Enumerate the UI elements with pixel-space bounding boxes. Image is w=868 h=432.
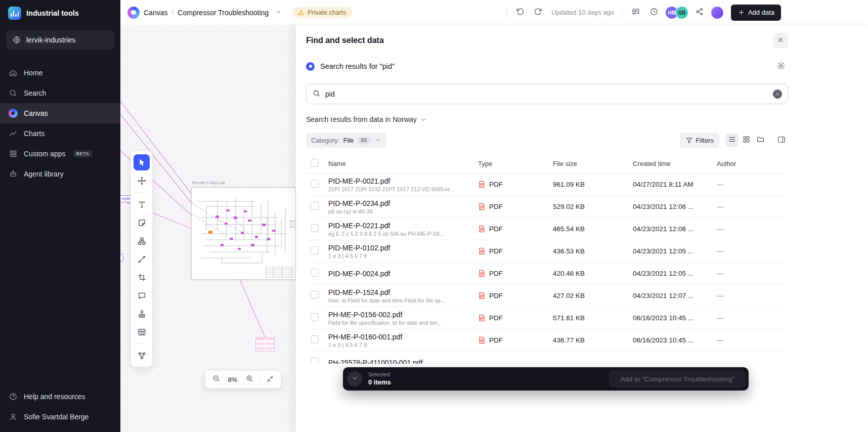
row-checkbox[interactable] [311,202,319,210]
close-button[interactable] [773,33,788,48]
pdf-icon [478,270,486,277]
toolbar-divider [135,343,148,344]
side-panel-toggle-button[interactable] [775,134,788,147]
file-type: PDF [489,225,503,233]
plus-icon [737,9,745,16]
column-header-file-size[interactable]: File size [553,160,633,167]
line-tool-button[interactable] [134,251,150,267]
row-checkbox[interactable] [311,358,319,364]
breadcrumb-current[interactable]: Compressor Troubleshooting [178,9,269,17]
table-row[interactable]: PID-ME-P-0021.pdf21PI 1017 21PI 1032 21P… [306,174,788,196]
sticky-note-button[interactable] [134,214,150,231]
created-time: 06/16/2023 10:45 ... [633,314,717,322]
row-checkbox[interactable] [311,180,319,188]
avatar-sb[interactable]: SB [675,6,688,19]
sidebar-footer-item-help-and-resources[interactable]: Help and resources [0,386,120,407]
sidebar-footer-item-sofie-svartdal-berge[interactable]: Sofie Svartdal Berge [0,407,120,427]
zoom-in-button[interactable] [243,373,255,385]
graph-tool-button[interactable] [134,348,150,364]
table-row[interactable]: PID-ME-P-0102.pdf1 e 3 | 4 5 6 7 8PDF436… [306,240,788,263]
table-row[interactable]: PH-ME-P-0156-002.pdfField for file speci… [306,307,788,329]
row-checkbox[interactable] [311,291,319,299]
row-checkbox[interactable] [311,269,319,277]
created-time: 04/23/2021 12:05 ... [633,270,717,277]
comment-tool-button[interactable] [134,287,150,304]
sidebar-item-home[interactable]: Home [0,63,120,83]
select-all-checkbox[interactable] [311,159,319,167]
canvas-menu-button[interactable] [273,6,284,20]
table-row[interactable]: PH-25578-P-4110010-001.pdf [306,352,788,364]
canvas-area[interactable]: mple PID-ME-P-0021.pdf [120,25,296,432]
category-dropdown[interactable]: Category: File 86 [306,133,386,148]
search-bar [306,84,788,104]
clear-search-button[interactable] [773,90,782,99]
zoom-out-button[interactable] [210,373,222,385]
sidebar-item-label: Sofie Svartdal Berge [24,413,89,421]
column-header-name[interactable]: Name [328,160,478,167]
column-header-author[interactable]: Author [717,160,788,167]
fit-view-button[interactable] [264,373,276,385]
row-checkbox[interactable] [311,313,319,321]
share-icon [695,7,704,18]
row-checkbox[interactable] [311,335,319,343]
filters-button[interactable]: Filters [680,133,719,148]
sidebar-item-custom-apps[interactable]: Custom appsBETA [0,144,120,164]
project-selector[interactable]: lervik-industries [6,30,114,50]
table-row[interactable]: PID-ME-P-0221.pdfeg E 2 z 5 2 3 8 8 2 5 … [306,218,788,240]
graph-tool-icon [137,351,147,361]
results-source-dropdown[interactable]: Search results from data in Norway [306,114,427,124]
pid-document[interactable]: PID-ME-P-0021.pdf [191,187,296,280]
history-button[interactable] [647,6,661,20]
share-button[interactable] [692,6,707,20]
zoom-in-icon [245,374,254,384]
file-size: 465.54 KB [553,225,633,233]
help-icon [8,392,18,401]
redo-button[interactable] [531,6,545,20]
sidebar-item-charts[interactable]: Charts [0,123,120,144]
table-row[interactable]: PID-ME-P-1524.pdfHon: al Fleld for date … [306,285,788,307]
user-avatar[interactable] [711,6,724,19]
collapse-selection-button[interactable] [347,371,362,386]
pdf-icon [478,181,486,188]
stamp-tool-button[interactable] [134,306,150,322]
row-checkbox[interactable] [311,224,319,232]
sidebar-item-canvas[interactable]: Canvas [0,103,120,123]
file-subtitle: 1 e 3 | 4 5 6 7 8 [328,342,471,348]
clipped-asset-tag[interactable] [120,254,123,262]
add-to-canvas-button[interactable]: Add to "Compressor Troubleshooting" [609,370,746,387]
shapes-button[interactable] [134,233,150,249]
table-row[interactable]: PID-ME-P-0234.pdfpå sa ny) ie Ah 36PDF52… [306,196,788,218]
collaborator-avatars: HBSB [665,6,688,19]
pdf-icon [478,336,486,344]
folder-view-button[interactable] [754,134,767,147]
undo-button[interactable] [513,6,527,20]
redo-icon [534,7,543,18]
user-icon [8,412,18,421]
search-scope-radio[interactable] [306,62,315,71]
mini-table-object[interactable] [255,337,275,351]
sidebar-item-agent-library[interactable]: Agent library [0,164,120,184]
comments-button[interactable] [629,6,643,20]
table-row[interactable]: PH-ME-P-0160-001.pdf1 e 3 | 4 5 6 7 8PDF… [306,329,788,352]
row-checkbox[interactable] [311,246,319,254]
grid-view-button[interactable] [740,134,753,147]
table-row[interactable]: PID-ME-P-0024.pdfPDF420.48 KB04/23/2021 … [306,263,788,285]
file-size: 427.02 KB [553,292,633,299]
list-view-button[interactable] [725,134,739,147]
table-tool-button[interactable] [134,324,150,340]
pan-tool-button[interactable] [134,172,150,189]
pdf-icon [478,225,486,233]
sidebar-item-search[interactable]: Search [0,83,120,103]
add-data-button[interactable]: Add data [731,5,781,21]
search-input[interactable] [325,90,768,98]
select-tool-button[interactable] [134,154,150,170]
column-header-type[interactable]: Type [478,160,553,167]
breadcrumb-canvas[interactable]: Canvas [144,9,167,17]
resize-handle[interactable] [290,221,294,228]
column-header-created-time[interactable]: Created time [633,160,717,167]
search-scope-label: Search results for "pid" [320,62,395,70]
frame-tool-button[interactable] [134,269,150,285]
add-data-label: Add data [748,9,774,16]
text-tool-button[interactable] [134,196,150,212]
search-settings-button[interactable] [774,59,788,73]
